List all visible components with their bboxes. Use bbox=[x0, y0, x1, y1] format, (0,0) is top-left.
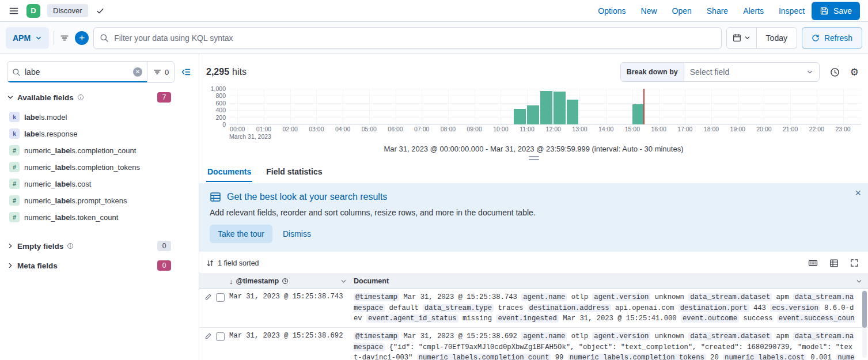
tab-documents[interactable]: Documents bbox=[206, 162, 252, 182]
histogram-bar[interactable] bbox=[632, 104, 645, 124]
fullscreen-button[interactable] bbox=[849, 257, 860, 268]
x-tick-label: 22:00 bbox=[809, 126, 824, 132]
field-name-chip: event.agent_id_status bbox=[366, 314, 458, 323]
timestamp-cell[interactable]: Mar 31, 2023 @ 15:25:38.743 bbox=[227, 291, 349, 324]
search-icon bbox=[12, 68, 21, 77]
menu-button[interactable] bbox=[8, 5, 20, 17]
sorted-fields-button[interactable]: 1 field sorted bbox=[206, 259, 259, 267]
data-view-picker[interactable]: APM bbox=[6, 27, 49, 49]
date-quick-select-button[interactable] bbox=[727, 28, 757, 48]
x-tick-label: 07:00 bbox=[414, 126, 429, 132]
refresh-label: Refresh bbox=[824, 33, 852, 43]
chart-time-interval-button[interactable] bbox=[829, 66, 841, 78]
histogram-bar[interactable] bbox=[540, 91, 552, 124]
x-tick-label: 10:00 bbox=[493, 126, 508, 132]
x-tick-label: 00:00 bbox=[230, 126, 245, 132]
empty-fields-count-badge: 0 bbox=[157, 241, 171, 251]
kql-input[interactable] bbox=[114, 33, 715, 43]
field-item-numeric_labels.token_count[interactable]: #numeric_labels.token_count bbox=[7, 210, 192, 225]
tab-field-statistics[interactable]: Field statistics bbox=[265, 162, 323, 182]
field-name-chip: @timestamp bbox=[354, 332, 399, 340]
saved-query-filter-button[interactable] bbox=[59, 32, 70, 44]
field-type-filter-button[interactable]: 0 bbox=[147, 62, 175, 82]
keyboard-shortcuts-button[interactable] bbox=[807, 257, 819, 269]
hits-label: hits bbox=[232, 67, 247, 77]
scrollbar-thumb[interactable] bbox=[862, 291, 867, 328]
field-name-chip: data_stream.dataset bbox=[688, 332, 772, 340]
grid-body: Mar 31, 2023 @ 15:25:38.743@timestamp Ma… bbox=[199, 289, 868, 360]
nav-link-new[interactable]: New bbox=[641, 6, 657, 16]
number-field-type-icon: # bbox=[9, 162, 20, 172]
toolbar-divider bbox=[54, 31, 54, 45]
select-row-checkbox[interactable] bbox=[216, 293, 225, 302]
close-callout-button[interactable]: × bbox=[855, 188, 861, 198]
add-filter-button[interactable]: + bbox=[75, 31, 89, 45]
field-name-chip: numeric_labels.completion_tokens bbox=[568, 354, 706, 360]
collapse-sidebar-button[interactable] bbox=[180, 66, 192, 78]
space-avatar[interactable]: D bbox=[26, 4, 40, 18]
chart-resize-handle[interactable] bbox=[199, 153, 868, 161]
expand-document-icon[interactable] bbox=[204, 293, 212, 301]
y-tick-label: 1,000 bbox=[211, 85, 226, 92]
available-fields-header[interactable]: Available fields 7 bbox=[7, 92, 192, 103]
plus-icon: + bbox=[79, 33, 85, 43]
chevron-down-icon bbox=[35, 35, 42, 41]
save-icon bbox=[820, 6, 829, 16]
field-search-input[interactable] bbox=[25, 67, 129, 77]
empty-fields-header[interactable]: Empty fields 0 bbox=[7, 241, 192, 251]
clear-search-button[interactable]: ✕ bbox=[133, 67, 142, 77]
field-item-labels.model[interactable]: klabels.model bbox=[7, 109, 192, 124]
nav-link-open[interactable]: Open bbox=[672, 6, 692, 16]
histogram-bar[interactable] bbox=[514, 109, 526, 124]
histogram-bar[interactable] bbox=[527, 105, 539, 124]
document-column-header[interactable]: Document bbox=[349, 277, 868, 285]
field-name: labels.response bbox=[24, 130, 78, 138]
date-range-button[interactable]: Today bbox=[757, 33, 797, 43]
field-name: numeric_labels.cost bbox=[24, 180, 91, 188]
sort-desc-icon: ↓ bbox=[229, 277, 233, 286]
filter-icon bbox=[153, 68, 161, 76]
nav-link-alerts[interactable]: Alerts bbox=[743, 6, 764, 16]
refresh-button[interactable]: Refresh bbox=[802, 27, 862, 49]
histogram-plot[interactable] bbox=[229, 89, 861, 124]
x-tick-label: 02:00 bbox=[283, 126, 298, 132]
field-item-numeric_labels.prompt_tokens[interactable]: #numeric_labels.prompt_tokens bbox=[7, 193, 192, 208]
field-name-chip: agent.name bbox=[521, 293, 567, 301]
timestamp-cell[interactable]: Mar 31, 2023 @ 15:25:38.692 bbox=[227, 331, 349, 360]
chevron-down-icon bbox=[856, 278, 862, 285]
field-item-numeric_labels.completion_count[interactable]: #numeric_labels.completion_count bbox=[7, 143, 192, 158]
display-options-button[interactable] bbox=[828, 257, 840, 269]
histogram-bar[interactable] bbox=[554, 92, 566, 124]
chart-settings-button[interactable]: ⚙ bbox=[849, 66, 860, 78]
save-button[interactable]: Save bbox=[812, 2, 860, 20]
select-row-checkbox[interactable] bbox=[216, 332, 225, 341]
breakdown-select[interactable]: Select field bbox=[684, 63, 819, 81]
document-cell[interactable]: @timestamp Mar 31, 2023 @ 15:25:38.692 a… bbox=[349, 331, 868, 360]
hits-count: 2,295 bbox=[206, 67, 229, 77]
expand-document-icon[interactable] bbox=[204, 332, 212, 340]
histogram-bar[interactable] bbox=[567, 100, 579, 124]
x-tick-label: 21:00 bbox=[783, 126, 798, 132]
field-item-labels.response[interactable]: klabels.response bbox=[7, 126, 192, 141]
meta-fields-header[interactable]: Meta fields 0 bbox=[7, 260, 192, 271]
histogram-x-axis: 00:0001:0002:0003:0004:0005:0006:0007:00… bbox=[229, 124, 861, 132]
keyboard-icon bbox=[808, 258, 818, 268]
dismiss-button[interactable]: Dismiss bbox=[283, 229, 311, 238]
take-tour-button[interactable]: Take the tour bbox=[210, 225, 272, 243]
document-cell[interactable]: @timestamp Mar 31, 2023 @ 15:25:38.743 a… bbox=[349, 291, 868, 324]
x-tick-label: 09:00 bbox=[467, 126, 482, 132]
field-item-numeric_labels.cost[interactable]: #numeric_labels.cost bbox=[7, 176, 192, 191]
field-name: numeric_labels.prompt_tokens bbox=[24, 196, 127, 205]
x-tick-label: 12:00 bbox=[546, 126, 561, 132]
nav-link-options[interactable]: Options bbox=[598, 6, 626, 16]
breadcrumb[interactable]: Discover bbox=[47, 4, 88, 17]
discover-app: D Discover OptionsNewOpenShareAlertsInsp… bbox=[0, 0, 868, 360]
grid-scrollbar[interactable] bbox=[862, 290, 867, 358]
y-tick-label: 0 bbox=[222, 121, 226, 128]
field-item-numeric_labels.completion_tokens[interactable]: #numeric_labels.completion_tokens bbox=[7, 160, 192, 175]
nav-link-share[interactable]: Share bbox=[707, 6, 728, 16]
nav-link-inspect[interactable]: Inspect bbox=[779, 6, 805, 16]
keyword-field-type-icon: k bbox=[9, 112, 20, 122]
chevron-right-icon bbox=[7, 262, 14, 269]
timestamp-column-header[interactable]: ↓ @timestamp bbox=[227, 277, 349, 286]
